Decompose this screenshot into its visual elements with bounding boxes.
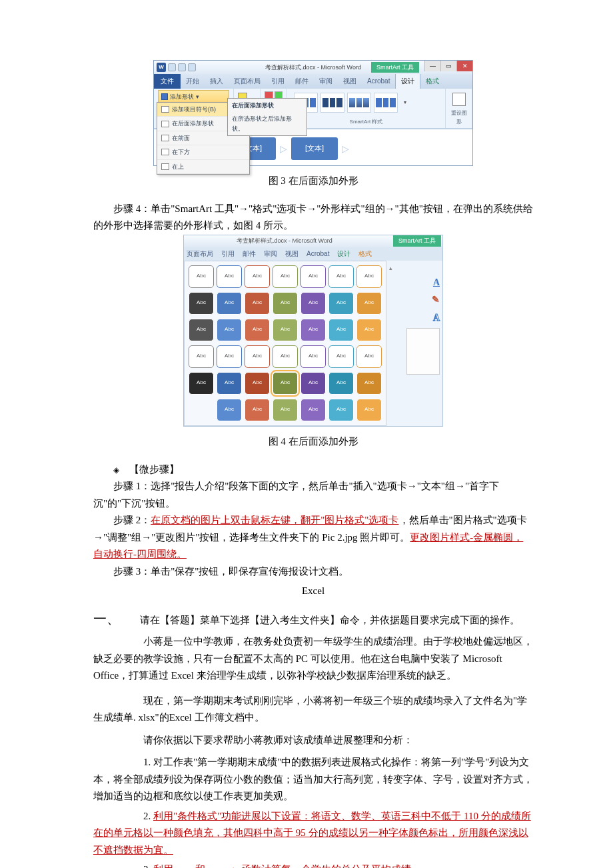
shape-style-thumb[interactable]: Abc <box>245 372 270 395</box>
submenu-title: 在后面添加形状 <box>228 99 306 112</box>
shape-style-thumb[interactable]: Abc <box>356 372 382 395</box>
sa-style-thumb[interactable] <box>347 93 371 113</box>
save-icon[interactable] <box>168 63 176 71</box>
shape-style-thumb[interactable]: Abc <box>217 399 242 421</box>
redo-icon[interactable] <box>188 63 196 71</box>
shape-style-thumb[interactable]: Abc <box>301 319 326 341</box>
shape-style-thumb[interactable]: Abc <box>217 265 242 288</box>
shape-style-thumb[interactable]: Abc <box>245 399 270 421</box>
tab-review[interactable]: 审阅 <box>264 249 277 259</box>
shape-style-thumb[interactable]: Abc <box>189 319 214 341</box>
tab-mailings[interactable]: 邮件 <box>290 74 314 89</box>
shape-style-thumb[interactable]: Abc <box>328 265 354 288</box>
shape-style-thumb[interactable]: Abc <box>328 399 354 421</box>
text-effects-icon[interactable]: A <box>433 311 440 325</box>
sa-style-thumb[interactable] <box>320 93 344 113</box>
shape-style-thumb[interactable]: Abc <box>356 345 382 368</box>
shape-style-thumb[interactable]: Abc <box>356 265 382 288</box>
doc-preview-thumb <box>406 328 440 375</box>
shape-style-thumb[interactable]: Abc <box>245 319 270 341</box>
shape-style-thumb[interactable]: Abc <box>189 345 214 368</box>
shape-style-thumb[interactable]: Abc <box>273 265 298 288</box>
smartart-style-gallery: ▾ <box>291 90 441 115</box>
tab-design[interactable]: 设计 <box>395 73 420 89</box>
section-one-p1: 小蒋是一位中学教师，在教务处负责初一年级学生的成绩治理。由于学校地处偏远地区，缺… <box>93 633 533 685</box>
shape-style-thumb[interactable]: Abc <box>217 345 242 368</box>
shape-style-thumb[interactable]: Abc <box>301 265 326 288</box>
section-one-item2: 2. 利用"条件格式"功能进展以下设置：将语文、数学、英语三科中不低于 110 … <box>93 808 533 859</box>
wordart-icons: A <box>433 275 440 290</box>
shape-style-thumb[interactable]: Abc <box>273 319 298 341</box>
section-one-item3: 3. 利用 sum 和 average 函数计算每一个学生的总分及平均成绩。 <box>93 861 533 868</box>
shape-style-thumb[interactable]: Abc <box>189 292 214 315</box>
smartart-tools-label: SmartArt 工具 <box>393 235 441 246</box>
shape-style-thumb[interactable]: Abc <box>217 319 242 341</box>
fig4-ribbon-tabs: 页面布局 引用 邮件 审阅 视图 Acrobat 设计 格式 <box>184 247 442 261</box>
shape-style-thumb[interactable]: Abc <box>301 399 326 421</box>
minimize-button[interactable]: — <box>424 61 440 71</box>
micro-steps-heading: ◈ 【微步骤】 <box>93 461 533 479</box>
tab-references[interactable]: 引用 <box>221 249 235 259</box>
window-buttons: — ▭ ✕ <box>424 61 472 74</box>
document-title: 考查解析样式.docx - Microsoft Word <box>265 63 361 72</box>
tab-acrobat[interactable]: Acrobat <box>306 249 329 259</box>
tab-references[interactable]: 引用 <box>266 74 290 89</box>
maximize-button[interactable]: ▭ <box>440 61 456 71</box>
fig4-titlebar: 考查解析样式.docx - Microsoft Word SmartArt 工具 <box>184 235 442 247</box>
undo-icon[interactable] <box>178 63 186 71</box>
text-outline-icon[interactable]: ✎ <box>432 293 440 307</box>
tab-format[interactable]: 格式 <box>358 249 372 259</box>
shape-style-thumb[interactable]: Abc <box>328 345 354 368</box>
shape-style-thumb[interactable]: Abc <box>217 372 242 395</box>
shape-style-thumb[interactable]: Abc <box>301 292 326 315</box>
shape-style-thumb[interactable]: Abc <box>245 265 270 288</box>
excel-heading: Excel <box>93 583 533 599</box>
shape-style-thumb[interactable]: Abc <box>273 292 298 315</box>
shape-styles-gallery: AbcAbcAbcAbcAbcAbcAbcAbcAbcAbcAbcAbcAbcA… <box>184 261 386 426</box>
shape-style-thumb[interactable]: Abc <box>328 372 354 395</box>
shape-style-thumb[interactable]: Abc <box>356 399 382 421</box>
word-app-icon: W <box>157 63 166 72</box>
shape-style-thumb[interactable]: Abc <box>273 372 298 395</box>
tab-pagelayout[interactable]: 页面布局 <box>229 74 266 89</box>
shape-style-thumb[interactable]: Abc <box>273 345 298 368</box>
shape-style-thumb[interactable]: Abc <box>328 319 354 341</box>
tab-mailings[interactable]: 邮件 <box>243 249 256 259</box>
micro-step-2: 步骤 2：在原文档的图片上双击鼠标左键，翻开"图片格式"选项卡，然后单击"图片格… <box>93 512 533 563</box>
shape-style-thumb[interactable]: Abc <box>189 372 214 395</box>
sa-style-thumb[interactable] <box>374 93 398 113</box>
tab-view[interactable]: 视图 <box>285 249 299 259</box>
menu-item[interactable]: 在上 <box>157 160 249 174</box>
shape-style-thumb[interactable]: Abc <box>245 292 270 315</box>
tab-view[interactable]: 视图 <box>338 74 362 89</box>
menu-item[interactable]: 在下方 <box>157 145 249 159</box>
text-fill-icon[interactable]: A <box>433 275 440 290</box>
shape-style-thumb[interactable]: Abc <box>328 292 354 315</box>
shape-style-thumb[interactable]: Abc <box>356 292 382 315</box>
highlight-text: 在原文档的图片上双击鼠标左键，翻开"图片格式"选项卡 <box>151 515 398 525</box>
tab-format[interactable]: 格式 <box>420 74 444 89</box>
file-tab[interactable]: 文件 <box>154 74 181 89</box>
shape-style-thumb[interactable]: Abc <box>356 319 382 341</box>
arrow-icon: ▷ <box>280 141 287 156</box>
gallery-more-button[interactable]: ▾ <box>400 99 410 107</box>
shape-style-thumb[interactable]: Abc <box>273 399 298 421</box>
tab-home[interactable]: 开始 <box>181 74 205 89</box>
shape-style-thumb[interactable]: Abc <box>189 265 214 288</box>
shape-style-thumb[interactable]: Abc <box>217 292 242 315</box>
shape-style-thumb[interactable]: Abc <box>301 345 326 368</box>
tab-review[interactable]: 审阅 <box>314 74 338 89</box>
tab-acrobat[interactable]: Acrobat <box>362 74 395 89</box>
tab-insert[interactable]: 插入 <box>205 74 229 89</box>
quick-access-toolbar: W <box>157 63 196 72</box>
scroll-up-icon[interactable]: ▴ <box>389 263 392 273</box>
close-button[interactable]: ✕ <box>456 61 472 71</box>
ribbon-tabs: 文件 开始 插入 页面布局 引用 邮件 审阅 视图 Acrobat 设计 格式 <box>154 74 472 89</box>
tab-design[interactable]: 设计 <box>337 249 350 259</box>
shape-style-thumb[interactable]: Abc <box>245 345 270 368</box>
fig4-body: AbcAbcAbcAbcAbcAbcAbcAbcAbcAbcAbcAbcAbcA… <box>184 261 442 426</box>
tab-pagelayout[interactable]: 页面布局 <box>187 249 213 259</box>
reset-icon[interactable] <box>452 93 466 106</box>
shape-style-thumb[interactable]: Abc <box>301 372 326 395</box>
smartart-node[interactable]: [文本] <box>291 137 338 160</box>
